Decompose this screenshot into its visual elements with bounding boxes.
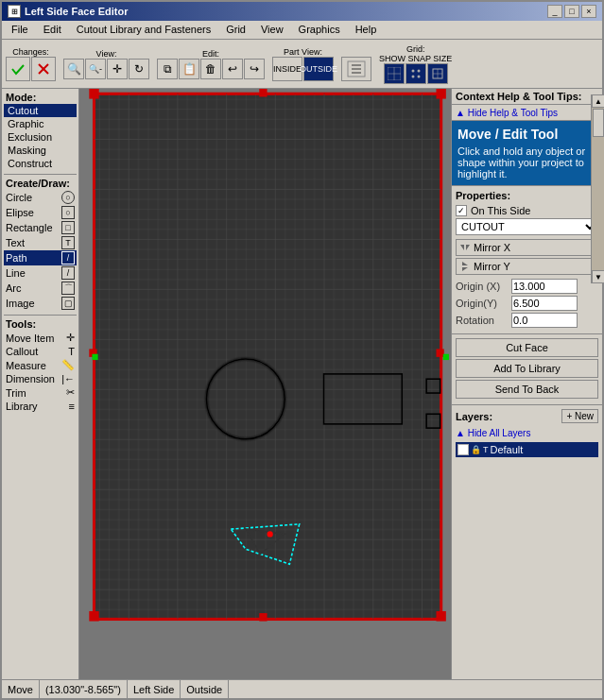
scroll-thumb[interactable]	[593, 109, 602, 137]
reject-button[interactable]	[31, 57, 56, 81]
title-controls: _ □ ×	[547, 5, 596, 18]
origin-y-row: Origin(Y)	[456, 296, 598, 311]
divider-2	[4, 315, 77, 316]
grid-snap-button[interactable]	[406, 63, 426, 84]
zoom-in-button[interactable]: 🔍	[63, 59, 84, 79]
origin-x-input[interactable]	[511, 279, 578, 294]
rectangle-icon: □	[61, 221, 75, 234]
svg-point-8	[411, 69, 414, 72]
create-rectangle[interactable]: Rectangle □	[4, 220, 77, 235]
view-buttons: 🔍 🔍- ✛ ↻	[63, 59, 149, 79]
origin-y-input[interactable]	[511, 296, 578, 311]
create-elipse[interactable]: Elipse ○	[4, 205, 77, 220]
svg-marker-39	[462, 262, 468, 265]
layer-lock-icon[interactable]: 🔒	[471, 445, 481, 454]
undo-button[interactable]: ↩	[222, 59, 243, 79]
left-panel: Mode: Cutout Graphic Exclusion Masking C…	[2, 89, 79, 679]
grid-size-button[interactable]	[427, 63, 448, 84]
tools-title: Tools:	[4, 317, 77, 331]
close-button[interactable]: ×	[581, 5, 596, 18]
hide-all-layers-button[interactable]: ▲ Hide All Layers	[456, 428, 530, 438]
view-group: View: 🔍 🔍- ✛ ↻	[63, 49, 149, 79]
create-path[interactable]: Path /	[4, 250, 77, 265]
tool-dimension[interactable]: Dimension |←	[4, 372, 77, 385]
layer-default[interactable]: 👁 🔒 T Default	[456, 442, 598, 457]
svg-rect-18	[95, 94, 441, 619]
main-area: Mode: Cutout Graphic Exclusion Masking C…	[2, 89, 602, 679]
window-title: Left Side Face Editor	[25, 6, 128, 17]
trim-label: Trim	[6, 387, 26, 399]
mode-exclusion[interactable]: Exclusion	[4, 130, 77, 144]
send-to-back-button[interactable]: Send To Back	[456, 380, 598, 399]
help-content: Move / Edit Tool Click and hold any obje…	[452, 121, 602, 185]
new-layer-button[interactable]: + New	[561, 409, 598, 423]
mirror-x-button[interactable]: Mirror X	[456, 239, 598, 256]
help-text: Click and hold any object or shape withi…	[457, 145, 596, 179]
inside-button[interactable]: INSIDE	[272, 57, 302, 81]
grid-label: Grid:	[406, 44, 425, 54]
pan-button[interactable]: ✛	[107, 59, 128, 79]
tool-move-item[interactable]: Move Item ✛	[4, 331, 77, 345]
grid-show-button[interactable]	[384, 63, 405, 84]
mode-cutout[interactable]: Cutout	[4, 104, 77, 117]
tool-library[interactable]: Library ≡	[4, 400, 77, 413]
minimize-button[interactable]: _	[547, 5, 562, 18]
create-arc[interactable]: Arc ⌒	[4, 281, 77, 296]
dimension-label: Dimension	[6, 373, 55, 384]
origin-x-label: Origin (X)	[456, 281, 508, 292]
menu-edit[interactable]: Edit	[38, 23, 67, 37]
elipse-label: Elipse	[6, 207, 34, 218]
menu-file[interactable]: File	[6, 23, 34, 37]
mode-section: Mode: Cutout Graphic Exclusion Masking C…	[4, 91, 77, 170]
cut-face-button[interactable]: Cut Face	[456, 338, 598, 357]
maximize-button[interactable]: □	[564, 5, 579, 18]
scroll-up-arrow[interactable]: ▲	[592, 94, 602, 108]
menu-view[interactable]: View	[255, 23, 289, 37]
create-image[interactable]: Image ▢	[4, 296, 77, 311]
zoom-out-button[interactable]: 🔍-	[85, 59, 106, 79]
scroll-down-arrow[interactable]: ▼	[592, 270, 602, 283]
properties-title: Properties:	[456, 190, 598, 201]
refresh-button[interactable]: ↻	[129, 59, 149, 79]
layer-visibility-icon[interactable]: 👁	[457, 444, 469, 455]
menu-help[interactable]: Help	[350, 23, 383, 37]
on-this-side-checkbox[interactable]: ✓	[456, 205, 467, 216]
svg-rect-20	[436, 89, 445, 99]
hide-help-button[interactable]: ▲ Hide Help & Tool Tips	[456, 108, 558, 118]
grid-sub-label: SHOW SNAP SIZE	[379, 54, 452, 63]
menu-graphics[interactable]: Graphics	[293, 23, 346, 37]
outside-button[interactable]: OUTSIDE	[303, 57, 334, 81]
move-item-label: Move Item	[6, 333, 54, 344]
paste-button[interactable]: 📋	[179, 59, 199, 79]
circle-icon: ○	[61, 191, 75, 204]
create-line[interactable]: Line /	[4, 265, 77, 281]
create-text[interactable]: Text T	[4, 235, 77, 250]
delete-button[interactable]: 🗑	[200, 59, 221, 79]
menu-grid[interactable]: Grid	[220, 23, 251, 37]
create-circle[interactable]: Circle ○	[4, 190, 77, 205]
svg-rect-26	[436, 349, 443, 356]
help-scrollbar[interactable]: ▲ ▼	[591, 94, 602, 283]
menu-cutout-library[interactable]: Cutout Library and Fasteners	[71, 23, 216, 37]
rotation-input[interactable]	[511, 313, 578, 328]
mirror-y-button[interactable]: Mirror Y	[456, 258, 598, 275]
add-to-library-button[interactable]: Add To Library	[456, 359, 598, 378]
create-draw-section: Create/Draw: Circle ○ Elipse ○ Rectangle…	[4, 177, 77, 311]
cutout-dropdown[interactable]: CUTOUT	[456, 218, 598, 235]
mode-construct[interactable]: Construct	[4, 157, 77, 170]
toolbar: Changes: View: 🔍 🔍- ✛ ↻ Edit:	[2, 40, 602, 89]
tool-measure[interactable]: Measure 📏	[4, 358, 77, 372]
accept-button[interactable]	[6, 57, 30, 81]
svg-rect-24	[259, 613, 267, 621]
redo-button[interactable]: ↪	[244, 59, 265, 79]
tool-callout[interactable]: Callout T	[4, 345, 77, 358]
layer-name: Default	[491, 444, 597, 455]
copy-button[interactable]: ⧉	[157, 59, 178, 79]
line-icon: /	[61, 266, 75, 280]
canvas-area[interactable]	[79, 89, 451, 679]
tree-button[interactable]	[341, 57, 371, 81]
mode-graphic[interactable]: Graphic	[4, 117, 77, 130]
text-icon: T	[61, 236, 75, 249]
tool-trim[interactable]: Trim ✂	[4, 385, 77, 400]
mode-masking[interactable]: Masking	[4, 144, 77, 157]
